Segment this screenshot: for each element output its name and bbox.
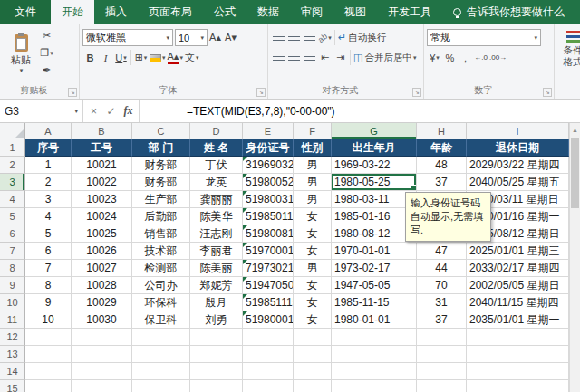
cell-F12[interactable]: [294, 329, 332, 346]
decrease-decimal-button[interactable]: .00→: [488, 49, 508, 66]
tab-file[interactable]: 文件: [0, 0, 51, 24]
cell-A1[interactable]: 序号: [25, 139, 72, 157]
format-painter-button[interactable]: ✒: [39, 62, 54, 79]
cell-E9[interactable]: 5194705055: [243, 277, 294, 294]
cell-C1[interactable]: 部 门: [132, 139, 190, 157]
cell-H15[interactable]: [417, 380, 467, 392]
cell-E5[interactable]: 5198501167: [243, 208, 294, 225]
cell-B9[interactable]: 10028: [72, 277, 132, 294]
cell-A11[interactable]: 10: [25, 311, 72, 329]
tell-me-box[interactable]: 告诉我你想要做什么: [453, 0, 565, 24]
tab-page-layout[interactable]: 页面布局: [138, 0, 203, 24]
row-header-12[interactable]: 12: [0, 329, 25, 346]
cell-E15[interactable]: [243, 380, 294, 392]
cell-D11[interactable]: 刘勇: [190, 311, 243, 329]
cell-C7[interactable]: 技术部: [132, 243, 190, 260]
cell-B15[interactable]: [72, 380, 132, 392]
cell-E6[interactable]: 5198008124: [243, 225, 294, 243]
cell-B4[interactable]: 10023: [72, 191, 132, 208]
cell-C14[interactable]: [132, 363, 190, 380]
paste-button[interactable]: 粘贴 ▾: [3, 27, 39, 81]
cell-F10[interactable]: 女: [294, 294, 332, 311]
tab-insert[interactable]: 插入: [94, 0, 138, 24]
cell-H9[interactable]: 70: [417, 277, 467, 294]
cell-E11[interactable]: 5198000101: [243, 311, 294, 329]
scroll-up-arrow[interactable]: ▲: [570, 123, 580, 136]
cell-H11[interactable]: 37: [417, 311, 467, 329]
cell-C2[interactable]: 财务部: [132, 157, 190, 174]
cell-I8[interactable]: 2033/02/17 星期四: [467, 260, 569, 277]
cell-D10[interactable]: 殷月: [190, 294, 243, 311]
cell-E13[interactable]: [243, 346, 294, 363]
cell-D3[interactable]: 龙英: [190, 174, 243, 191]
comma-style-button[interactable]: ,: [458, 49, 473, 66]
bold-button[interactable]: B: [82, 49, 98, 66]
cell-E2[interactable]: 3196903224: [243, 157, 294, 174]
row-header-5[interactable]: 5: [0, 208, 25, 225]
increase-indent-button[interactable]: ⇥: [333, 49, 348, 66]
row-header-4[interactable]: 4: [0, 191, 25, 208]
tab-formulas[interactable]: 公式: [203, 0, 246, 24]
row-header-1[interactable]: 1: [0, 139, 25, 157]
copy-button[interactable]: ❐▾: [39, 44, 54, 62]
cut-button[interactable]: ✂: [39, 27, 54, 44]
font-color-button[interactable]: A▴▾: [167, 49, 184, 66]
row-header-13[interactable]: 13: [0, 346, 25, 363]
cell-G14[interactable]: [332, 363, 417, 380]
fill-color-button[interactable]: ▾: [149, 49, 167, 66]
cell-C5[interactable]: 后勤部: [132, 208, 190, 225]
cell-C9[interactable]: 公司办: [132, 277, 190, 294]
cell-G12[interactable]: [332, 329, 417, 346]
cell-A7[interactable]: 6: [25, 243, 72, 260]
cell-H2[interactable]: 48: [417, 157, 467, 174]
cell-B8[interactable]: 10027: [72, 260, 132, 277]
column-header-A[interactable]: A: [25, 123, 72, 139]
row-header-6[interactable]: 6: [0, 225, 25, 243]
cell-D2[interactable]: 丁伏: [190, 157, 243, 174]
cell-E7[interactable]: 5197000101: [243, 243, 294, 260]
name-box[interactable]: G3 ▾: [0, 100, 83, 122]
cell-C6[interactable]: 销售部: [132, 225, 190, 243]
cell-G3[interactable]: 1980-05-25: [332, 174, 417, 191]
cell-D14[interactable]: [190, 363, 243, 380]
cell-E14[interactable]: [243, 363, 294, 380]
cell-B3[interactable]: 10022: [72, 174, 132, 191]
cell-G4[interactable]: 1980-03-11: [332, 191, 417, 208]
cell-G9[interactable]: 1947-05-05: [332, 277, 417, 294]
font-dialog-launcher[interactable]: ↘: [256, 88, 266, 97]
number-dialog-launcher[interactable]: ↘: [543, 88, 552, 97]
cell-B5[interactable]: 10024: [72, 208, 132, 225]
alignment-dialog-launcher[interactable]: ↘: [412, 88, 421, 97]
column-header-C[interactable]: C: [132, 123, 190, 139]
cell-B1[interactable]: 工号: [72, 139, 132, 157]
cell-G1[interactable]: 出生年月: [332, 139, 417, 157]
cell-D13[interactable]: [190, 346, 243, 363]
cell-I9[interactable]: 2002/05/05 星期日: [467, 277, 569, 294]
row-header-7[interactable]: 7: [0, 243, 25, 260]
cell-A12[interactable]: [25, 329, 72, 346]
select-all-corner[interactable]: [0, 123, 25, 139]
cell-F15[interactable]: [294, 380, 332, 392]
cell-E3[interactable]: 5198005252: [243, 174, 294, 191]
column-header-I[interactable]: I: [467, 123, 569, 139]
tab-review[interactable]: 审阅: [290, 0, 334, 24]
font-name-combo[interactable]: 微软雅黑 ▾: [82, 29, 173, 46]
cell-D4[interactable]: 龚丽丽: [190, 191, 243, 208]
row-header-15[interactable]: 15: [0, 380, 25, 392]
cell-E10[interactable]: 5198511153: [243, 294, 294, 311]
cell-C8[interactable]: 检测部: [132, 260, 190, 277]
cell-G10[interactable]: 1985-11-15: [332, 294, 417, 311]
cell-B2[interactable]: 10021: [72, 157, 132, 174]
cell-I10[interactable]: 2040/11/15 星期四: [467, 294, 569, 311]
cell-E12[interactable]: [243, 329, 294, 346]
cell-A8[interactable]: 7: [25, 260, 72, 277]
vertical-scrollbar[interactable]: ▲: [569, 123, 580, 392]
cell-G2[interactable]: 1969-03-22: [332, 157, 417, 174]
cell-A15[interactable]: [25, 380, 72, 392]
column-header-E[interactable]: E: [243, 123, 294, 139]
cell-D7[interactable]: 李丽君: [190, 243, 243, 260]
cell-B14[interactable]: [72, 363, 132, 380]
cell-A3[interactable]: 2: [25, 174, 72, 191]
cell-I15[interactable]: [467, 380, 569, 392]
align-right-button[interactable]: [302, 49, 317, 66]
